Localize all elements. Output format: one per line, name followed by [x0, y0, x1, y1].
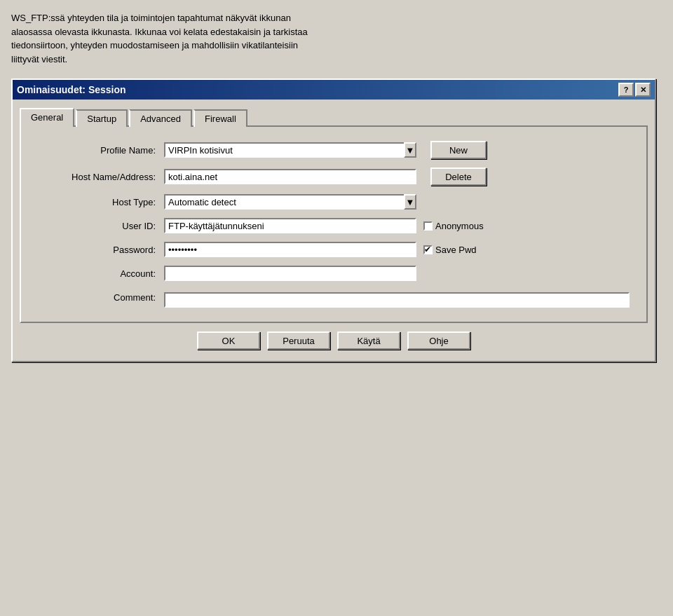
- password-row: Password: Save Pwd: [38, 242, 630, 257]
- host-type-label: Host Type:: [38, 197, 164, 207]
- tab-bar: General Startup Advanced Firewall: [20, 108, 648, 127]
- host-type-select-wrapper: Automatic detect ▼: [164, 194, 416, 210]
- password-control: Save Pwd: [164, 242, 630, 257]
- title-bar-text: Ominaisuudet: Session: [17, 84, 126, 95]
- user-id-input[interactable]: [164, 218, 416, 233]
- password-label: Password:: [38, 245, 164, 255]
- apply-button[interactable]: Käytä: [337, 331, 400, 350]
- comment-input[interactable]: [164, 292, 630, 308]
- title-bar: Ominaisuudet: Session ? ✕: [13, 80, 655, 100]
- button-bar: OK Peruuta Käytä Ohje: [20, 323, 648, 354]
- account-input[interactable]: [164, 266, 416, 281]
- anonymous-label: Anonymous: [435, 221, 484, 231]
- help-button[interactable]: Ohje: [407, 331, 470, 350]
- desc-line4: liittyvät viestit.: [11, 53, 656, 67]
- host-input[interactable]: [164, 169, 416, 184]
- title-bar-buttons: ? ✕: [618, 83, 651, 97]
- cancel-button[interactable]: Peruuta: [267, 331, 330, 350]
- user-id-label: User ID:: [38, 221, 164, 231]
- description-block: WS_FTP:ssä yhteyden tila ja toimintojen …: [11, 11, 656, 66]
- user-id-control: Anonymous: [164, 218, 630, 233]
- desc-line3: tiedonsiirtoon, yhteyden muodostamiseen …: [11, 39, 656, 53]
- tab-firewall[interactable]: Firewall: [193, 109, 247, 127]
- profile-name-label: Profile Name:: [38, 145, 164, 156]
- anonymous-group: Anonymous: [423, 221, 484, 231]
- comment-control: [164, 292, 630, 308]
- profile-name-row: Profile Name: VIRPIn kotisivut ▼ New: [38, 141, 630, 159]
- host-name-row: Host Name/Address: Delete: [38, 167, 630, 186]
- host-type-control: Automatic detect ▼: [164, 194, 630, 210]
- host-type-row: Host Type: Automatic detect ▼: [38, 194, 630, 210]
- dialog-window: Ominaisuudet: Session ? ✕ General Startu…: [11, 78, 656, 362]
- host-type-select[interactable]: Automatic detect: [164, 194, 416, 210]
- profile-name-select-wrapper: VIRPIn kotisivut ▼: [164, 142, 416, 158]
- new-button[interactable]: New: [430, 141, 487, 159]
- help-titlebar-button[interactable]: ?: [618, 83, 634, 97]
- close-titlebar-button[interactable]: ✕: [635, 83, 651, 97]
- save-pwd-label: Save Pwd: [435, 245, 477, 255]
- anonymous-checkbox[interactable]: [423, 221, 433, 231]
- tab-general[interactable]: General: [20, 108, 74, 127]
- dialog-content: General Startup Advanced Firewall Profil…: [13, 100, 655, 361]
- host-control: Delete: [164, 167, 630, 186]
- user-id-row: User ID: Anonymous: [38, 218, 630, 233]
- dialog-title: Ominaisuudet: Session: [17, 84, 126, 95]
- desc-line1: WS_FTP:ssä yhteyden tila ja toimintojen …: [11, 11, 656, 25]
- comment-row: Comment:: [38, 292, 630, 308]
- tab-advanced[interactable]: Advanced: [129, 109, 192, 127]
- tab-startup[interactable]: Startup: [76, 109, 128, 127]
- comment-label: Comment:: [38, 292, 164, 303]
- delete-button[interactable]: Delete: [430, 167, 487, 186]
- host-label: Host Name/Address:: [38, 172, 164, 182]
- desc-line2: alaosassa olevasta ikkunasta. Ikkunaa vo…: [11, 25, 656, 39]
- save-pwd-checkbox[interactable]: [423, 245, 433, 254]
- profile-name-select[interactable]: VIRPIn kotisivut: [164, 142, 416, 158]
- account-control: [164, 266, 630, 281]
- save-pwd-group: Save Pwd: [423, 245, 477, 255]
- ok-button[interactable]: OK: [197, 331, 260, 350]
- tab-panel-general: Profile Name: VIRPIn kotisivut ▼ New Hos…: [20, 125, 648, 323]
- account-label: Account:: [38, 268, 164, 279]
- account-row: Account:: [38, 266, 630, 281]
- profile-name-control: VIRPIn kotisivut ▼ New: [164, 141, 630, 159]
- password-input[interactable]: [164, 242, 416, 257]
